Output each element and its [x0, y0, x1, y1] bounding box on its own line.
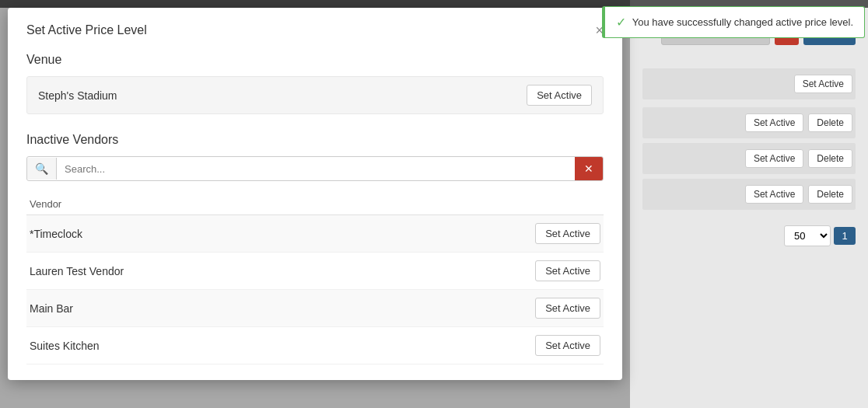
vendor-name: Lauren Test Vendor: [26, 253, 364, 290]
right-set-active-button-2[interactable]: Set Active: [745, 113, 803, 132]
vendor-set-active-button[interactable]: Set Active: [535, 223, 600, 244]
venue-section-label: Venue: [26, 53, 604, 67]
right-row-1: Set Active Delete: [642, 107, 856, 138]
vendor-table-row: Main Bar Set Active: [26, 290, 604, 327]
right-panel-rows: Set Active Set Active Delete Set Active …: [642, 68, 856, 210]
vendor-table-row: *Timeclock Set Active: [26, 215, 604, 253]
modal-header: Set Active Price Level ×: [26, 23, 604, 37]
right-delete-button-3[interactable]: Delete: [808, 185, 852, 204]
vendor-action-cell: Set Active: [364, 215, 604, 253]
right-set-active-button-4[interactable]: Set Active: [745, 185, 803, 204]
right-panel: ✕ Create Set Active Set Active Delete Se…: [630, 8, 868, 408]
page-number: 1: [834, 227, 856, 245]
right-pagination: 50 25 100 1: [642, 225, 856, 246]
vendor-action-cell: Set Active: [364, 290, 604, 327]
right-set-active-button-1[interactable]: Set Active: [794, 75, 852, 93]
venue-section: Venue Steph's Stadium Set Active: [26, 53, 604, 114]
vendor-action-cell: Set Active: [364, 327, 604, 364]
right-row-3: Set Active Delete: [642, 179, 856, 210]
right-delete-button-2[interactable]: Delete: [808, 149, 852, 168]
toast-message: You have successfully changed active pri…: [632, 16, 853, 28]
vendor-set-active-button[interactable]: Set Active: [535, 260, 600, 281]
search-icon: 🔍: [27, 158, 57, 180]
right-delete-button-1[interactable]: Delete: [808, 113, 852, 132]
modal-overlay: Set Active Price Level × Venue Steph's S…: [0, 0, 630, 408]
inactive-vendors-section: Inactive Vendors 🔍 ✕ Vendor *Timeclock: [26, 133, 604, 364]
vendor-set-active-button[interactable]: Set Active: [535, 298, 600, 319]
vendor-column-header: Vendor: [26, 194, 364, 215]
toast-notification: ✓ You have successfully changed active p…: [602, 6, 865, 38]
vendor-search-clear-button[interactable]: ✕: [575, 157, 603, 180]
vendor-table-row: Suites Kitchen Set Active: [26, 327, 604, 364]
vendor-table-row: Lauren Test Vendor Set Active: [26, 253, 604, 290]
vendor-name: Main Bar: [26, 290, 364, 327]
venue-name: Steph's Stadium: [38, 89, 117, 102]
vendor-search-input[interactable]: [57, 158, 575, 180]
vendor-name: Suites Kitchen: [26, 327, 364, 364]
vendor-action-header: [364, 194, 604, 215]
venue-row: Steph's Stadium Set Active: [26, 76, 604, 114]
vendor-search-bar: 🔍 ✕: [26, 156, 604, 181]
right-row-2: Set Active Delete: [642, 143, 856, 174]
right-row-single: Set Active: [642, 68, 856, 99]
modal-title: Set Active Price Level: [26, 23, 147, 37]
vendor-action-cell: Set Active: [364, 253, 604, 290]
vendor-set-active-button[interactable]: Set Active: [535, 335, 600, 356]
vendor-table: Vendor *Timeclock Set Active Lauren Test…: [26, 194, 604, 364]
vendor-name: *Timeclock: [26, 215, 364, 253]
modal-dialog: Set Active Price Level × Venue Steph's S…: [8, 8, 622, 380]
right-set-active-button-3[interactable]: Set Active: [745, 149, 803, 168]
per-page-select[interactable]: 50 25 100: [784, 225, 831, 246]
venue-set-active-button[interactable]: Set Active: [527, 85, 592, 106]
toast-check-icon: ✓: [616, 15, 626, 30]
inactive-vendors-label: Inactive Vendors: [26, 133, 604, 147]
